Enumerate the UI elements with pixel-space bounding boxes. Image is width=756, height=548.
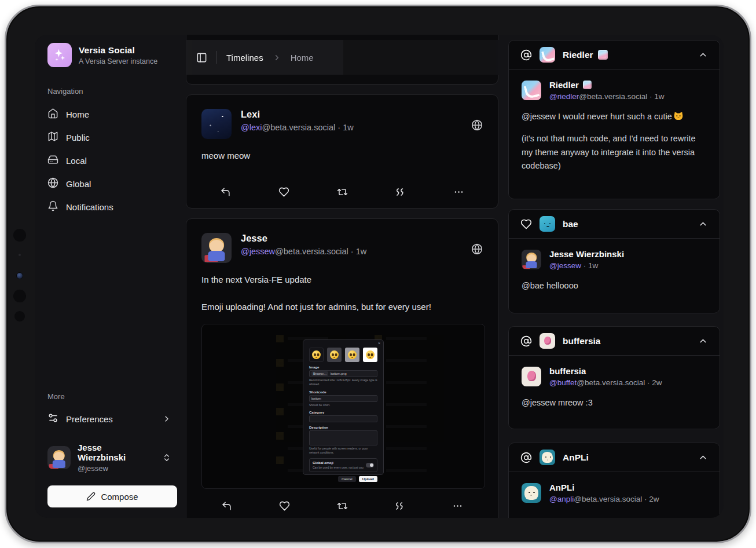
tablet-device-frame: Versia Social A Versia Server instance N… — [5, 5, 751, 543]
notification-header[interactable]: buffersia — [509, 327, 720, 356]
notifications-column: Riedler Riedler @riedler@beta.versia.soc… — [508, 35, 720, 518]
notification-card: bae Jesse Wierzbinski @jessew · 1w @bae … — [508, 209, 720, 313]
avatar[interactable] — [522, 483, 541, 503]
breadcrumb-home[interactable]: Home — [291, 53, 314, 63]
account-switcher[interactable]: Jesse Wierzbinski @jessew — [47, 443, 171, 473]
account-name: Jesse Wierzbinski — [78, 443, 148, 462]
public-globe-icon — [471, 243, 483, 257]
notification-user-info: buffersia @buffet@beta.versia.social · 2… — [549, 366, 662, 387]
upload-button: Upload — [359, 476, 377, 482]
compose-button[interactable]: Compose — [47, 485, 177, 507]
quote-button[interactable] — [395, 187, 406, 198]
reply-button[interactable] — [221, 500, 232, 512]
app-subtitle: A Versia Server instance — [79, 57, 157, 65]
image-field-label: Image — [309, 366, 377, 369]
global-emoji-setting: Global emoji Can be used by every user, … — [309, 458, 377, 472]
compose-label: Compose — [101, 492, 138, 502]
at-sign-icon — [520, 452, 532, 463]
app-title: Versia Social — [79, 45, 157, 56]
close-icon: × — [378, 341, 380, 345]
post-author-block: Lexi @lexi@beta.versia.social · 1w — [241, 109, 354, 132]
sidebar-item-preferences[interactable]: Preferences — [47, 408, 171, 430]
post-content: In the next Versia-FE update Emoji uploa… — [201, 273, 483, 313]
avatar[interactable] — [201, 109, 232, 139]
post-author-handle[interactable]: @jessew@beta.versia.social · 1w — [241, 247, 366, 256]
sidebar-item-local[interactable]: Local — [47, 149, 171, 172]
emoji-preview-row — [309, 348, 377, 362]
post-author-name[interactable]: Jesse — [241, 233, 366, 244]
chevron-right-icon — [273, 53, 281, 62]
pleading-face-emoji — [330, 350, 339, 359]
repost-button[interactable] — [337, 187, 348, 198]
sidebar-item-notifications[interactable]: Notifications — [47, 195, 171, 218]
post-card: Jesse @jessew@beta.versia.social · 1w In… — [186, 218, 498, 518]
repost-button[interactable] — [337, 500, 348, 512]
user-handle[interactable]: @jessew · 1w — [549, 261, 624, 270]
sidebar-toggle-button[interactable] — [196, 52, 207, 63]
chevron-up-icon[interactable] — [698, 219, 708, 229]
chevrons-up-down-icon — [162, 453, 171, 462]
bezel-sensor-dot — [19, 254, 21, 256]
bezel-sensor-dot — [13, 229, 26, 242]
quote-button[interactable] — [394, 500, 405, 512]
sidebar-item-public[interactable]: Public — [47, 126, 171, 149]
emoji-upload-dialog: × Image Browse...bottom.png Recommended … — [303, 339, 384, 475]
chevron-up-icon[interactable] — [698, 336, 708, 346]
brand[interactable]: Versia Social A Versia Server instance — [47, 43, 171, 67]
sidebar-item-global[interactable]: Global — [47, 172, 171, 195]
notification-body: AnPLi @anpli@beta.versia.social · 2w — [509, 472, 720, 514]
more-options-button[interactable] — [452, 500, 463, 512]
post-author-name[interactable]: Lexi — [241, 109, 354, 120]
post-attachment-image[interactable]: × Image Browse...bottom.png Recommended … — [201, 324, 485, 489]
post-author-handle[interactable]: @lexi@beta.versia.social · 1w — [241, 123, 354, 132]
global-emoji-text: Global emoji Can be used by every user, … — [313, 461, 364, 469]
app-screen: Versia Social A Versia Server instance N… — [35, 35, 724, 518]
avatar[interactable] — [522, 367, 541, 386]
category-input — [309, 415, 377, 422]
reply-button[interactable] — [220, 187, 231, 198]
shortcode-input: bottom — [309, 395, 377, 402]
pencil-icon — [86, 492, 96, 501]
emoji-preview-white — [363, 348, 377, 362]
sidebar-item-label: Public — [66, 133, 90, 143]
chevron-up-icon[interactable] — [698, 452, 708, 462]
user-name[interactable]: buffersia — [549, 366, 662, 376]
description-textarea — [309, 430, 377, 445]
account-handle: @jessew — [78, 464, 148, 473]
notification-body: Jesse Wierzbinski @jessew · 1w @bae hell… — [509, 239, 720, 303]
avatar[interactable] — [201, 233, 232, 263]
notification-header[interactable]: AnPLi — [509, 443, 720, 472]
more-section-label: More — [47, 392, 171, 401]
user-handle[interactable]: @buffet@beta.versia.social · 2w — [549, 378, 662, 387]
notification-header[interactable]: bae — [509, 210, 720, 239]
account-info: Jesse Wierzbinski @jessew — [78, 443, 148, 473]
nav-section-label: Navigation — [47, 87, 171, 96]
breadcrumb-timelines[interactable]: Timelines — [226, 53, 263, 63]
cancel-button: Cancel — [338, 476, 356, 482]
category-field-label: Category — [309, 411, 377, 414]
avatar[interactable] — [522, 250, 541, 269]
like-button[interactable] — [278, 187, 289, 198]
like-button[interactable] — [279, 500, 290, 512]
emoji-preview-dark — [309, 348, 324, 362]
file-input: Browse...bottom.png — [309, 370, 377, 377]
post-header: Jesse @jessew@beta.versia.social · 1w — [201, 233, 483, 263]
global-emoji-toggle — [366, 463, 374, 467]
home-icon — [47, 108, 58, 120]
user-name[interactable]: AnPLi — [549, 483, 659, 492]
notification-header[interactable]: Riedler — [509, 41, 720, 70]
notification-user: buffersia @buffet@beta.versia.social · 2… — [522, 366, 707, 387]
user-handle[interactable]: @anpli@beta.versia.social · 2w — [549, 495, 659, 503]
user-name[interactable]: Jesse Wierzbinski — [549, 249, 624, 259]
avatar — [47, 446, 71, 469]
chevron-up-icon[interactable] — [698, 50, 708, 60]
notification-user-info: Jesse Wierzbinski @jessew · 1w — [549, 249, 624, 270]
user-handle[interactable]: @riedler@beta.versia.social · 1w — [549, 92, 665, 101]
avatar[interactable] — [522, 81, 541, 100]
notification-user-info: Riedler @riedler@beta.versia.social · 1w — [549, 80, 665, 101]
more-options-button[interactable] — [453, 187, 464, 198]
sidebar-item-home[interactable]: Home — [47, 103, 171, 126]
avatar — [540, 216, 555, 232]
user-name[interactable]: Riedler — [549, 80, 665, 90]
notification-title: Riedler — [563, 50, 608, 60]
